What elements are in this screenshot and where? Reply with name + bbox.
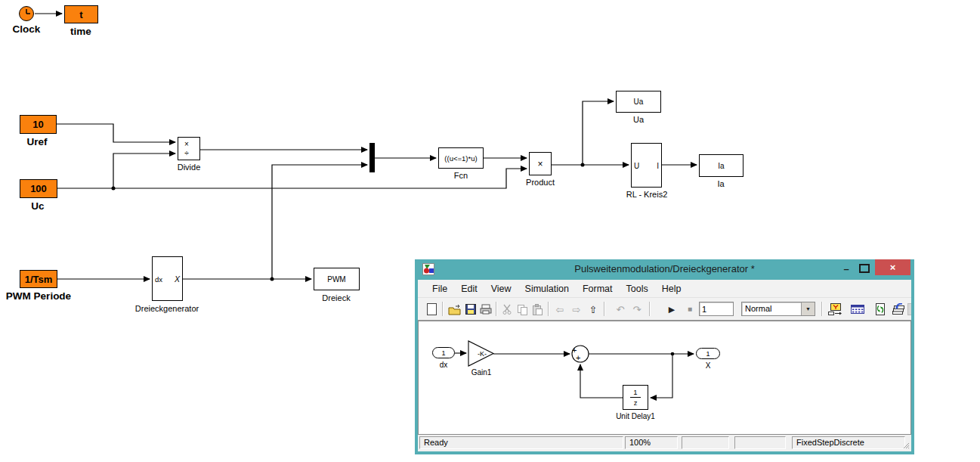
save-floppy-icon <box>465 304 476 315</box>
dreieckgenerator-subsystem-block[interactable]: dx X <box>152 256 183 301</box>
paste-clipboard-icon <box>532 304 543 315</box>
signal-wires[interactable] <box>35 14 697 279</box>
sub-wiring-layer <box>419 321 910 434</box>
model-advisor-button[interactable] <box>850 301 865 318</box>
go-forward-button[interactable]: ⇨ <box>569 301 584 318</box>
pwm-block-label: Dreieck <box>322 293 350 302</box>
ua-block-label: Ua <box>633 115 644 124</box>
cut-button[interactable] <box>499 301 515 318</box>
dreieckgenerator-window: Pulsweitenmodulation/Dreieckgenerator * … <box>415 259 914 454</box>
unit-delay-block[interactable]: 1 z <box>623 385 648 410</box>
dreieckgenerator-block-label: Dreieckgenerator <box>135 304 199 313</box>
model-browser-button[interactable] <box>827 301 842 318</box>
print-button[interactable] <box>478 301 493 318</box>
back-arrow-icon: ⇦ <box>556 305 564 315</box>
paste-button[interactable] <box>530 301 545 318</box>
status-solver: FixedStepDiscrete <box>792 436 905 449</box>
rl-kreis2-out-port: I <box>657 161 659 169</box>
cut-scissors-icon <box>502 304 512 315</box>
ia-block-label: Ia <box>717 179 724 188</box>
stacked-sheets-icon <box>892 303 905 315</box>
ua-goto-block[interactable]: Ua <box>616 91 661 113</box>
close-button[interactable]: × <box>875 259 910 275</box>
simulink-model-canvas: Clock t time 10 Uref 100 Uc 1/Tsm PWM Pe… <box>0 0 980 462</box>
clock-block[interactable] <box>19 6 34 21</box>
up-arrow-icon: ⇧ <box>589 305 598 315</box>
menu-simulation[interactable]: Simulation <box>518 284 576 294</box>
printer-icon <box>480 304 492 315</box>
toolbar-separator <box>442 302 443 316</box>
gain-label: Gain1 <box>471 368 492 377</box>
rl-kreis2-subsystem-block[interactable]: U I <box>631 143 662 188</box>
pwm-periode-constant-block[interactable]: 1/Tsm <box>20 270 57 288</box>
menu-format[interactable]: Format <box>576 284 620 294</box>
open-model-button[interactable] <box>447 301 462 318</box>
status-zoom: 100% <box>625 436 678 449</box>
go-up-button[interactable]: ⇧ <box>586 301 601 318</box>
go-back-button[interactable]: ⇦ <box>552 301 567 318</box>
product-block-label: Product <box>526 178 555 187</box>
start-simulation-button[interactable]: ▶ <box>664 301 679 318</box>
product-block[interactable]: × <box>529 152 552 175</box>
toolbar-separator <box>821 302 822 316</box>
pwm-periode-block-label: PWM Periode <box>6 290 71 302</box>
uref-constant-block[interactable]: 10 <box>20 115 57 134</box>
uc-constant-block[interactable]: 100 <box>20 179 57 198</box>
pwm-scope-block[interactable]: PWM <box>314 268 360 290</box>
clock-hands-icon <box>20 7 33 20</box>
forward-arrow-icon: ⇨ <box>573 305 581 315</box>
dropdown-button[interactable]: ▼ <box>801 302 815 315</box>
uref-block-label: Uref <box>26 136 47 147</box>
undo-button[interactable]: ↶ <box>613 301 628 318</box>
divide-block[interactable]: × ÷ <box>178 137 200 160</box>
mux-block[interactable] <box>369 143 375 172</box>
menu-view[interactable]: View <box>484 284 518 294</box>
close-icon: × <box>890 262 896 273</box>
toolbar-separator <box>604 302 604 316</box>
ia-goto-block[interactable]: Ia <box>699 154 744 177</box>
window-title-bar[interactable]: Pulsweitenmodulation/Dreieckgenerator * … <box>415 259 914 280</box>
time-block-label: time <box>70 26 91 37</box>
build-model-button[interactable] <box>891 301 906 318</box>
fcn-block[interactable]: ((u<=1)*u) <box>438 147 484 169</box>
simulation-stop-time-input[interactable] <box>699 302 734 316</box>
outport-block[interactable]: 1 <box>696 348 720 359</box>
inport-block[interactable]: 1 <box>432 347 455 358</box>
divide-symbol: ÷ <box>184 149 189 158</box>
gain-value: -K- <box>478 350 487 358</box>
divide-block-label: Divide <box>178 163 201 172</box>
toolbar-separator <box>649 302 650 316</box>
update-diagram-icon <box>875 303 886 315</box>
unit-delay-numerator: 1 <box>630 388 640 398</box>
menu-help[interactable]: Help <box>655 284 688 294</box>
simulation-mode-value: Normal <box>745 304 771 313</box>
stop-simulation-button[interactable]: ■ <box>682 301 697 318</box>
rl-kreis2-in-port: U <box>634 161 639 169</box>
update-diagram-button[interactable] <box>873 301 888 318</box>
time-block[interactable]: t <box>64 5 98 23</box>
simulation-mode-dropdown[interactable]: Normal ▼ <box>741 302 815 316</box>
save-model-button[interactable] <box>463 301 478 318</box>
outport-label: X <box>706 361 711 370</box>
resize-grip[interactable] <box>903 442 910 449</box>
disabled-toolbar-button <box>907 301 911 318</box>
maximize-icon <box>859 264 870 273</box>
menu-tools[interactable]: Tools <box>620 284 655 294</box>
copy-button[interactable] <box>515 301 530 318</box>
fcn-block-label: Fcn <box>454 171 468 180</box>
open-folder-icon <box>448 304 461 315</box>
toolbar-separator <box>548 302 549 316</box>
inport-label: dx <box>440 361 448 369</box>
chevron-down-icon: ▼ <box>805 306 811 312</box>
toolbar-separator <box>496 302 496 316</box>
maximize-button[interactable] <box>856 262 873 275</box>
disabled-icon <box>907 303 911 315</box>
uc-block-label: Uc <box>31 200 44 212</box>
redo-button[interactable]: ↷ <box>629 301 645 318</box>
new-model-button[interactable] <box>424 301 439 318</box>
status-empty-panel <box>682 436 729 449</box>
minimize-button[interactable]: – <box>838 262 855 275</box>
menu-file[interactable]: File <box>425 284 454 294</box>
unit-delay-denominator: z <box>634 398 638 407</box>
menu-edit[interactable]: Edit <box>454 284 484 294</box>
